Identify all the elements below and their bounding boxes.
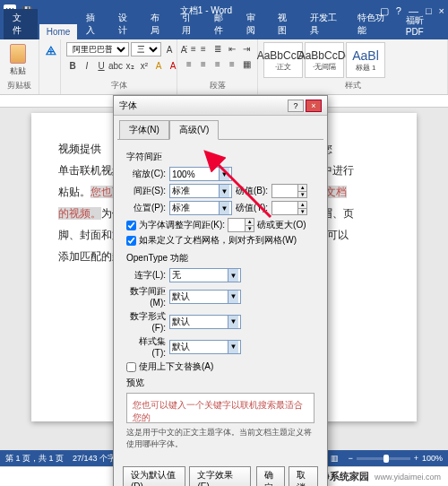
indent-inc-button[interactable]: ⇥	[240, 42, 253, 55]
tab-mailings[interactable]: 邮件	[207, 9, 237, 39]
numforms-value: 默认	[172, 316, 190, 328]
preview-section-label: 预览	[126, 377, 314, 389]
context-label: 使用上下文替换(A)	[139, 360, 213, 373]
zoom-in-button[interactable]: +	[414, 454, 418, 463]
numforms-label: 数字形式(F):	[126, 310, 166, 333]
preview-box: 您也可以键入一个关键字以联机搜索最适合您的	[126, 393, 314, 423]
italic-button[interactable]: I	[81, 59, 93, 72]
indent-dec-button[interactable]: ⇤	[226, 42, 238, 55]
set-default-button[interactable]: 设为默认值(D)	[123, 466, 185, 486]
view-web-icon[interactable]: ▥	[331, 454, 339, 463]
dialog-close-button[interactable]: ×	[306, 100, 322, 112]
tab-home[interactable]: Home	[39, 24, 78, 39]
justify-button[interactable]: ≡	[226, 57, 238, 70]
grow-font-icon[interactable]: A	[163, 43, 176, 56]
status-words[interactable]: 27/143 个字	[73, 453, 116, 464]
zoom-slider[interactable]	[357, 457, 410, 460]
doc-text-highlight: 的视频。	[58, 207, 101, 220]
stylistic-value: 默认	[172, 341, 190, 353]
tab-design[interactable]: 设计	[111, 9, 142, 39]
chevron-down-icon: ▼	[219, 202, 229, 214]
chevron-down-icon: ▼	[228, 291, 238, 303]
dialog-title: 字体	[119, 100, 137, 112]
underline-button[interactable]: U	[95, 59, 108, 72]
kerning-spinner[interactable]: ▲▼	[228, 218, 254, 232]
position-by-spinner[interactable]: ▲▼	[271, 201, 307, 215]
status-page[interactable]: 第 1 页，共 1 页	[5, 453, 64, 464]
style-name: ·正文	[275, 62, 291, 72]
kerning-label: 为字体调整字间距(K):	[139, 219, 225, 231]
cancel-button[interactable]: 取消	[289, 466, 318, 486]
section-opentype-label: OpenType 功能	[126, 252, 314, 265]
group-font-label: 字体	[66, 80, 171, 91]
highlight-button[interactable]: A	[152, 59, 165, 72]
strike-button[interactable]: abc	[109, 59, 122, 72]
style-sample: AaBbCcDc	[298, 49, 351, 62]
sub-button[interactable]: x₂	[124, 59, 136, 72]
watermark-url: www.yidaimei.com	[375, 473, 441, 482]
spacing-label: 间距(S):	[126, 185, 166, 197]
scale-value: 100%	[172, 169, 195, 179]
style-normal[interactable]: AaBbCcDc·正文	[263, 42, 303, 78]
spacing-by-label: 磅值(B):	[236, 185, 268, 197]
spacing-select[interactable]: 标准▼	[169, 184, 232, 198]
spacing-value: 标准	[172, 185, 190, 197]
tab-developer[interactable]: 开发工具	[303, 9, 349, 39]
tab-foxit[interactable]: 福昕PDF	[399, 12, 444, 39]
dialog-tab-advanced[interactable]: 高级(V)	[169, 120, 219, 140]
stylistic-select[interactable]: 默认▼	[169, 340, 241, 354]
position-by-label: 磅值(Y):	[236, 202, 268, 214]
paste-button[interactable]: 粘贴	[5, 42, 30, 78]
style-name: 标题 1	[356, 63, 376, 73]
doc-text: 粘贴。	[58, 186, 90, 198]
ligatures-label: 连字(L):	[126, 269, 166, 282]
numforms-select[interactable]: 默认▼	[169, 315, 241, 329]
ligatures-select[interactable]: 无▼	[169, 268, 241, 282]
grid-checkbox[interactable]	[126, 236, 136, 246]
tab-references[interactable]: 引用	[175, 9, 205, 39]
numbering-button[interactable]: ≡	[197, 42, 210, 55]
position-value: 标准	[172, 202, 190, 214]
style-nospacing[interactable]: AaBbCcDc·无间隔	[305, 42, 344, 78]
chevron-down-icon: ▼	[228, 341, 238, 353]
tab-file[interactable]: 文件	[4, 9, 38, 39]
context-checkbox[interactable]	[126, 362, 136, 372]
bluetooth-icon[interactable]: ⨹	[45, 42, 57, 58]
ligatures-value: 无	[172, 269, 181, 282]
position-select[interactable]: 标准▼	[169, 201, 232, 215]
numspacing-select[interactable]: 默认▼	[169, 290, 241, 304]
tab-insert[interactable]: 插入	[79, 9, 109, 39]
style-sample: AaBl	[352, 48, 379, 63]
bullets-button[interactable]: ⋮≡	[183, 42, 195, 55]
font-name-select[interactable]: 阿里巴巴普...	[66, 42, 129, 56]
tab-special[interactable]: 特色功能	[350, 9, 396, 39]
doc-text: 视频提供	[58, 143, 101, 155]
text-effects-button[interactable]: 文字效果(E)...	[189, 466, 251, 486]
kerning-checkbox[interactable]	[126, 221, 136, 230]
zoom-out-button[interactable]: −	[348, 454, 352, 463]
align-right-button[interactable]: ≡	[211, 57, 224, 70]
tab-layout[interactable]: 布局	[143, 9, 174, 39]
zoom-level[interactable]: 100%	[422, 454, 443, 463]
ok-button[interactable]: 确定	[256, 466, 286, 486]
chevron-down-icon: ▼	[219, 185, 229, 197]
dialog-tab-font[interactable]: 字体(N)	[119, 120, 169, 140]
paste-label: 粘贴	[10, 65, 26, 77]
sup-button[interactable]: x²	[138, 59, 151, 72]
spacing-by-spinner[interactable]: ▲▼	[271, 184, 307, 198]
tab-view[interactable]: 视图	[271, 9, 301, 39]
align-left-button[interactable]: ≡	[183, 57, 195, 70]
style-heading1[interactable]: AaBl标题 1	[346, 42, 385, 78]
font-size-select[interactable]: 三号	[131, 42, 161, 56]
shading-button[interactable]: ▦	[240, 57, 253, 70]
dialog-help-button[interactable]: ?	[288, 100, 304, 112]
position-label: 位置(P):	[126, 202, 166, 214]
numspacing-label: 数字间距(M):	[126, 285, 166, 308]
scale-select[interactable]: 100%▼	[169, 167, 232, 181]
tab-review[interactable]: 审阅	[239, 9, 270, 39]
chevron-down-icon: ▼	[228, 316, 238, 328]
bold-button[interactable]: B	[66, 59, 79, 72]
align-center-button[interactable]: ≡	[197, 57, 210, 70]
multilevel-button[interactable]: ≣	[211, 42, 224, 55]
paste-icon	[10, 44, 26, 64]
